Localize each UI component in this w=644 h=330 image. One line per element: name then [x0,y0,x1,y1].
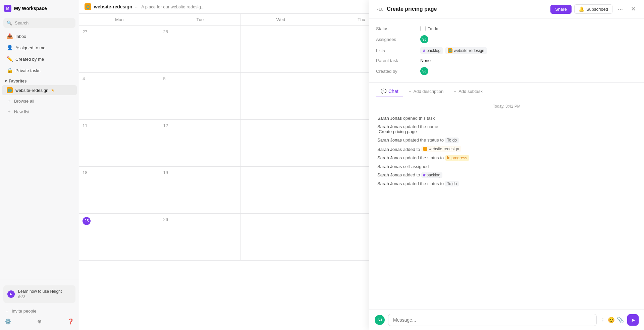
sidebar-item-created[interactable]: ✏️ Created by me [2,54,77,64]
cal-header-tue: Tue [160,14,241,25]
cal-date: 19 [163,170,168,175]
cal-cell[interactable]: 4 [79,73,160,119]
add-subtask-button[interactable]: ＋ Add subtask [448,86,487,97]
cal-header-mon: Mon [79,14,160,25]
attachment-icon[interactable]: 📎 [617,317,624,324]
task-header-actions: Share 🔔 Subscribed ··· ✕ [550,4,639,14]
sender-avatar: SJ [375,315,385,325]
browse-all-label: Browse all [14,99,34,104]
add-subtask-label: Add subtask [459,89,483,94]
cal-date: 28 [163,29,168,34]
close-panel-button[interactable]: ✕ [628,4,639,14]
chevron-down-icon: ▾ [5,79,7,84]
new-list-button[interactable]: ＋ New list [2,107,77,117]
add-workspace-icon[interactable]: ⊕ [37,318,42,325]
workspace-icon: M [4,5,11,12]
emoji-icon[interactable]: 😊 [608,317,615,324]
sidebar-item-website-redesign[interactable]: 🌐 website-redesign ★ [2,85,77,95]
activity-user: Sarah Jonas [377,116,402,121]
message-icons: ⋮ 😊 📎 [600,317,624,324]
activity-text: added to [403,172,421,177]
activity-item: Sarah Jonas added to # backlog [377,171,636,179]
browse-all-button[interactable]: ＋ Browse all [2,96,77,106]
cal-cell[interactable]: 26 [160,214,241,260]
task-panel: T-16 Create pricing page Share 🔔 Subscri… [369,0,644,330]
learn-banner[interactable]: ▶ Learn how to use Height 6:23 [3,285,75,303]
help-icon[interactable]: ❓ [67,318,74,325]
chat-tab-label: Chat [388,89,398,94]
activity-user: Sarah Jonas [377,164,402,169]
cal-cell[interactable]: 19 [160,167,241,213]
favorites-label: Favorites [9,79,26,84]
status-todo-badge: To do [445,138,459,143]
assignees-label: Assignees [376,37,416,42]
sidebar-item-label: Inbox [15,34,26,39]
activity-name-value: Create pricing page [377,129,636,134]
cal-cell[interactable]: 27 [79,26,160,72]
cal-cell[interactable] [240,26,321,72]
cal-cell[interactable]: 11 [79,120,160,166]
sidebar-item-assigned[interactable]: 👤 Assigned to me [2,42,77,53]
website-redesign-tag[interactable]: 🌐 website-redesign [445,47,487,54]
cal-date: 11 [83,123,87,128]
activity-text: updated the status to [403,138,445,143]
add-description-button[interactable]: ＋ Add description [403,86,448,97]
task-fields: Status To do Assignees SJ Lists # backlo… [369,18,644,83]
invite-button[interactable]: ＋ Invite people [0,306,79,316]
search-bar[interactable]: 🔍 Search [3,18,75,28]
status-checkbox[interactable] [420,26,426,31]
favorites-section-header[interactable]: ▾ Favorites [0,76,79,85]
cal-cell[interactable] [240,167,321,213]
sidebar-item-inbox[interactable]: 📥 Inbox [2,31,77,42]
subscribed-button[interactable]: 🔔 Subscribed [574,4,612,14]
inbox-icon: 📥 [7,33,13,39]
ws-tag-badge: website-redesign [421,146,461,152]
activity-user: Sarah Jonas [377,124,402,129]
parent-task-label: Parent task [376,58,416,63]
task-id: T-16 [375,7,383,12]
task-panel-header: T-16 Create pricing page Share 🔔 Subscri… [369,0,644,18]
sidebar-item-private[interactable]: 🔒 Private tasks [2,65,77,76]
cal-cell[interactable]: 28 [160,26,241,72]
settings-icon[interactable]: ⚙️ [5,318,11,325]
message-input[interactable] [388,314,597,326]
parent-task-field: Parent task None [376,56,637,65]
lists-value[interactable]: # backlog 🌐 website-redesign [420,47,487,54]
activity-item: Sarah Jonas updated the status to In pro… [377,154,636,162]
subscribed-label: Subscribed [586,7,608,12]
more-icon[interactable]: ⋮ [600,317,606,324]
cal-date: 12 [163,123,168,128]
activity-feed: Today, 3:42 PM Sarah Jonas opened this t… [369,97,644,310]
activity-timestamp: Today, 3:42 PM [377,104,636,109]
cal-cell[interactable] [240,120,321,166]
globe-icon: 🌐 [7,87,13,93]
tab-chat[interactable]: 💬 Chat [376,86,403,97]
cal-cell[interactable] [240,73,321,119]
assignees-value[interactable]: SJ [420,35,428,43]
send-button[interactable]: ➤ [627,314,639,326]
status-todo-badge-2: To do [445,181,459,186]
favorites-item-label: website-redesign [15,88,48,93]
backlog-tag[interactable]: # backlog [420,47,443,54]
parent-task-value: None [420,58,431,63]
share-button[interactable]: Share [550,5,572,14]
activity-text: updated the name [403,124,438,129]
chat-icon: 💬 [381,89,386,94]
breadcrumb-globe-icon: 🌐 [85,3,91,10]
creator-avatar: SJ [420,67,428,75]
cal-cell[interactable]: 25 [79,214,160,260]
cal-cell[interactable]: 18 [79,167,160,213]
activity-text: updated the status to [403,155,445,160]
task-title: Create pricing page [387,6,547,12]
add-subtask-icon: ＋ [453,88,457,94]
website-redesign-tag-label: website-redesign [454,48,484,53]
cal-cell[interactable] [240,214,321,260]
cal-cell[interactable]: 5 [160,73,241,119]
add-desc-icon: ＋ [408,88,412,94]
parent-task-text: None [420,58,431,63]
bell-icon: 🔔 [579,6,584,12]
more-options-button[interactable]: ··· [615,4,626,14]
status-value[interactable]: To do [420,26,438,31]
workspace-header[interactable]: M My Workspace [0,0,79,17]
cal-cell[interactable]: 12 [160,120,241,166]
